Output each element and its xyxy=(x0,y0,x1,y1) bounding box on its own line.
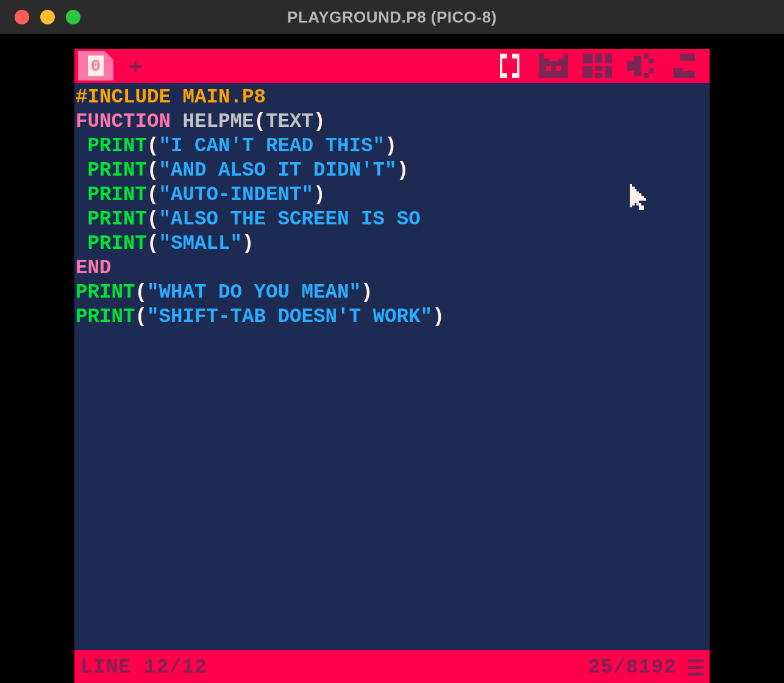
code-line[interactable]: PRINT("I CAN'T READ THIS") xyxy=(76,134,710,159)
code-token: "SMALL" xyxy=(159,232,243,255)
code-token: "WHAT DO YOU MEAN" xyxy=(147,281,361,304)
code-token: ( xyxy=(147,208,159,231)
code-line[interactable]: PRINT("AND ALSO IT DIDN'T") xyxy=(76,159,710,183)
code-tab-0[interactable]: 0 xyxy=(78,51,113,80)
map-editor-icon[interactable] xyxy=(580,54,615,78)
code-editor[interactable]: #INCLUDE MAIN.P8FUNCTION HELPME(TEXT) PR… xyxy=(74,83,710,650)
sprite-editor-icon[interactable] xyxy=(536,54,571,78)
status-line-indicator: LINE 12/12 xyxy=(80,656,207,679)
menu-icon[interactable] xyxy=(688,659,704,676)
code-tab-number: 0 xyxy=(91,57,101,76)
traffic-lights xyxy=(15,10,80,24)
music-editor-icon[interactable] xyxy=(668,54,702,78)
code-token xyxy=(76,159,88,182)
code-token: PRINT xyxy=(76,306,135,328)
code-token: ( xyxy=(147,232,159,255)
code-token xyxy=(76,208,88,231)
code-line[interactable]: END xyxy=(76,256,710,281)
window-minimize-button[interactable] xyxy=(40,10,55,24)
code-token: PRINT xyxy=(88,135,148,157)
code-line[interactable]: PRINT("ALSO THE SCREEN IS SO xyxy=(76,207,710,232)
code-token: TEXT xyxy=(266,110,313,133)
code-token: "I CAN'T READ THIS" xyxy=(159,135,385,157)
code-token: ) xyxy=(313,184,326,206)
code-line[interactable]: PRINT("SMALL") xyxy=(76,232,710,256)
code-token: ( xyxy=(147,159,159,182)
window-close-button[interactable] xyxy=(15,10,29,24)
code-token: PRINT xyxy=(88,232,148,255)
code-token: PRINT xyxy=(76,281,135,304)
sfx-editor-icon[interactable] xyxy=(624,54,658,78)
editor-toolbar: 0 + xyxy=(74,49,710,83)
code-line[interactable]: PRINT("WHAT DO YOU MEAN") xyxy=(76,281,710,305)
code-token: ) xyxy=(397,159,409,182)
code-token: ) xyxy=(361,281,373,304)
code-token: ) xyxy=(385,135,397,157)
editor-mode-icons xyxy=(493,54,706,78)
code-token: ( xyxy=(147,135,159,157)
code-token: END xyxy=(76,257,112,279)
window-zoom-button[interactable] xyxy=(66,10,80,24)
status-bar: LINE 12/12 25/8192 xyxy=(74,650,710,683)
code-token xyxy=(76,135,88,157)
code-token: PRINT xyxy=(88,159,148,182)
code-token: ) xyxy=(313,110,326,133)
code-line[interactable]: PRINT("SHIFT-TAB DOESN'T WORK") xyxy=(76,305,710,329)
code-token: ( xyxy=(147,184,159,206)
svg-rect-1 xyxy=(556,66,561,71)
code-line[interactable]: FUNCTION HELPME(TEXT) xyxy=(76,110,710,134)
code-token xyxy=(76,184,88,206)
code-token: ) xyxy=(432,306,444,328)
code-line[interactable]: PRINT("AUTO-INDENT") xyxy=(76,183,710,207)
app-background: 0 + xyxy=(0,34,784,683)
window-title: PLAYGROUND.P8 (PICO-8) xyxy=(12,8,772,27)
code-token: HELPME xyxy=(171,110,254,133)
macos-titlebar: PLAYGROUND.P8 (PICO-8) xyxy=(0,0,784,34)
code-token: ( xyxy=(135,306,148,328)
code-token: PRINT xyxy=(88,208,148,231)
code-editor-icon[interactable] xyxy=(493,54,527,78)
code-token: ( xyxy=(254,110,266,133)
code-token: FUNCTION xyxy=(76,110,171,133)
svg-rect-0 xyxy=(546,66,551,71)
add-tab-button[interactable]: + xyxy=(124,55,146,76)
code-token xyxy=(76,232,88,255)
code-token: "AND ALSO IT DIDN'T" xyxy=(159,159,397,182)
code-token: ( xyxy=(135,281,148,304)
code-token: "SHIFT-TAB DOESN'T WORK" xyxy=(147,306,432,328)
code-token: "AUTO-INDENT" xyxy=(159,184,314,206)
code-token: #INCLUDE MAIN.P8 xyxy=(76,86,266,109)
svg-rect-2 xyxy=(673,68,683,78)
code-token: PRINT xyxy=(88,184,148,206)
pico8-screen: 0 + xyxy=(74,49,710,683)
code-line[interactable]: #INCLUDE MAIN.P8 xyxy=(76,85,710,110)
code-token: ) xyxy=(242,232,254,255)
code-token: "ALSO THE SCREEN IS SO xyxy=(159,208,421,231)
status-token-count: 25/8192 xyxy=(588,656,677,679)
